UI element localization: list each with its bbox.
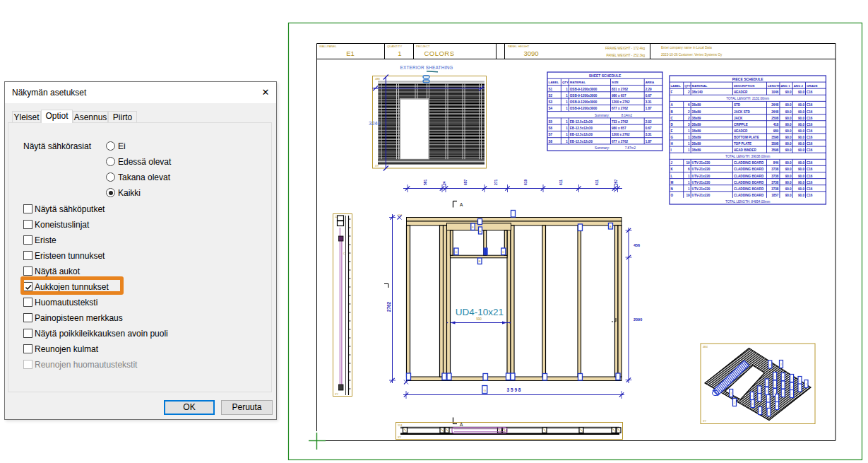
svg-text:1046: 1046 [771,90,779,94]
svg-text:I: I [671,148,672,152]
svg-text:90.0: 90.0 [798,161,804,165]
svg-text:1: 1 [566,127,568,130]
svg-text:Summary:: Summary: [595,146,610,150]
svg-text:90.0: 90.0 [798,136,804,139]
svg-text:J: J [776,397,778,400]
svg-text:A: A [460,202,463,207]
svg-text:J: J [799,387,801,390]
svg-text:PANEL HEIGHT: PANEL HEIGHT [508,45,530,48]
svg-text:J: J [791,377,792,380]
svg-text:G: G [671,136,674,139]
svg-text:1: 1 [566,120,568,124]
svg-text:6: 6 [688,103,690,107]
svg-text:S8: S8 [549,140,553,143]
svg-text:TOTAL LENGTH: 84854.00mm: TOTAL LENGTH: 84854.00mm [725,200,771,204]
svg-text:OSB-9-1200x3000: OSB-9-1200x3000 [570,88,598,91]
svg-text:2: 2 [688,90,690,94]
svg-text:846: 846 [773,161,779,165]
svg-text:EB-12.5x12x30: EB-12.5x12x30 [570,140,593,143]
svg-text:3598: 3598 [771,142,779,146]
svg-text:2023-10-26 Customer: Vertex: 2023-10-26 Customer: Vertex Systems Oy [661,53,723,57]
svg-text:J: J [783,385,784,387]
svg-text:90.0: 90.0 [785,148,792,152]
svg-text:PROJECT: PROJECT [416,45,430,48]
svg-text:J: J [768,411,770,414]
svg-text:3.31: 3.31 [646,133,652,136]
svg-text:E: E [479,259,481,263]
svg-text:STD: STD [734,103,741,107]
svg-text:657: 657 [463,179,468,185]
svg-text:90.0: 90.0 [785,181,792,184]
svg-text:UTV-21x220: UTV-21x220 [692,175,711,178]
svg-text:38x89: 38x89 [692,136,701,139]
svg-text:TOTAL LENGTH: 39038.00mm: TOTAL LENGTH: 39038.00mm [725,155,771,158]
svg-text:QTY: QTY [684,84,691,88]
svg-text:1: 1 [566,94,568,98]
svg-text:2.02: 2.02 [646,120,652,124]
svg-text:1200 x 2762: 1200 x 2762 [612,133,630,136]
svg-text:S6: S6 [549,127,553,130]
svg-text:C16: C16 [807,161,813,165]
svg-text:HEADER: HEADER [734,90,748,94]
svg-text:J: J [774,375,775,378]
svg-text:90.0: 90.0 [798,103,804,107]
svg-text:J: J [671,161,673,165]
svg-text:F: F [480,230,482,233]
svg-text:BOTTOM PLATE: BOTTOM PLATE [734,136,759,139]
svg-text:38x89: 38x89 [692,110,701,114]
svg-text:980: 980 [773,129,779,133]
svg-text:OSB-9-1200x3000: OSB-9-1200x3000 [570,94,598,98]
svg-text:1: 1 [688,129,690,133]
svg-text:CLADDING BOARD: CLADDING BOARD [734,161,764,165]
svg-text:C: C [502,250,504,254]
svg-text:J: J [776,405,778,408]
svg-text:GRADE: GRADE [807,84,818,88]
svg-text:38x89: 38x89 [692,142,701,146]
svg-text:COLORS: COLORS [424,49,454,57]
svg-text:Summary:: Summary: [595,114,610,117]
svg-text:UTV-21x220: UTV-21x220 [692,168,711,171]
svg-text:38x89: 38x89 [692,117,701,120]
svg-text:S5: S5 [549,120,553,124]
svg-text:UTV-21x220: UTV-21x220 [692,194,711,197]
svg-text:CLADDING BOARD: CLADDING BOARD [734,187,764,191]
svg-text:3090: 3090 [523,49,538,57]
svg-text:UTV-21x220: UTV-21x220 [692,187,711,191]
svg-text:2.29: 2.29 [646,88,652,91]
svg-text:G: G [484,389,486,392]
svg-text:0.67: 0.67 [646,127,652,130]
svg-text:619: 619 [523,179,528,185]
svg-text:J: J [769,364,771,367]
svg-text:990: 990 [476,317,482,321]
svg-text:CLADDING BOARD: CLADDING BOARD [734,194,764,197]
svg-text:A: A [610,225,612,228]
svg-text:XY: XY [703,420,707,423]
svg-text:831 x 2762: 831 x 2762 [612,88,628,91]
svg-text:488: 488 [375,77,380,81]
svg-text:EB-12.5x12x30: EB-12.5x12x30 [570,127,593,130]
svg-text:1: 1 [688,187,690,191]
svg-text:3738: 3738 [771,175,779,178]
svg-text:90.0: 90.0 [798,175,804,178]
svg-text:418: 418 [773,123,779,127]
svg-text:LABEL: LABEL [549,81,559,84]
svg-text:1: 1 [566,140,568,143]
svg-text:MATERIAL: MATERIAL [692,84,708,88]
svg-text:ANG 1: ANG 1 [780,84,790,88]
svg-text:UD4-10x21: UD4-10x21 [456,307,504,317]
svg-text:90.0: 90.0 [785,187,792,191]
svg-text:C16: C16 [807,187,813,191]
svg-text:980 x 657: 980 x 657 [612,127,626,130]
svg-text:1.87: 1.87 [646,107,652,110]
svg-text:FRAME WEIGHT - 172.4kg: FRAME WEIGHT - 172.4kg [605,47,646,50]
svg-text:XY: XY [335,393,339,396]
svg-text:90.0: 90.0 [785,168,792,171]
svg-text:3598: 3598 [771,148,779,152]
svg-text:3738: 3738 [771,181,779,184]
svg-text:2648: 2648 [771,103,779,107]
svg-text:F: F [671,90,673,94]
svg-text:CRIPPLE: CRIPPLE [734,123,748,127]
svg-text:C16: C16 [807,175,813,178]
svg-text:4B4: 4B4 [703,346,708,348]
svg-text:980 x 657: 980 x 657 [612,94,626,98]
